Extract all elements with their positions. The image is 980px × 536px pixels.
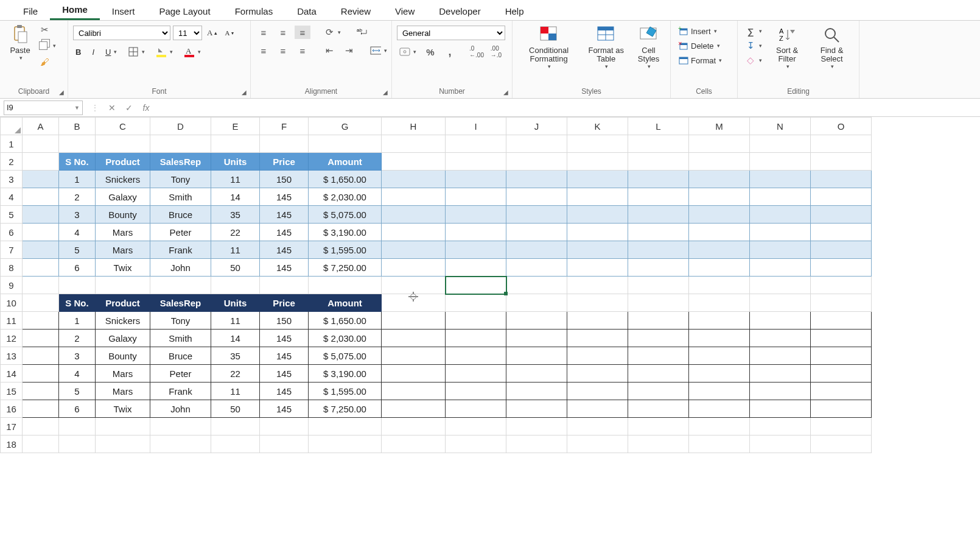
cell-K10[interactable]	[567, 294, 628, 312]
tab-home[interactable]: Home	[50, 1, 100, 20]
cell-J1[interactable]	[506, 135, 567, 153]
cell-O2[interactable]	[811, 153, 872, 171]
cell-B6[interactable]: 4	[59, 224, 96, 241]
cell-F8[interactable]: 145	[260, 259, 309, 277]
cell-L15[interactable]	[628, 383, 689, 400]
cell-K8[interactable]	[567, 259, 628, 277]
cell-B10[interactable]: S No.	[59, 294, 96, 312]
font-name-combo[interactable]: Calibri	[73, 26, 170, 40]
cell-C2[interactable]: Product	[96, 153, 150, 171]
clipboard-launcher[interactable]: ◢	[59, 89, 64, 96]
cell-D18[interactable]	[150, 436, 211, 453]
cell-B16[interactable]: 6	[59, 400, 96, 418]
cell-G10[interactable]: Amount	[309, 294, 382, 312]
cell-C8[interactable]: Twix	[96, 259, 150, 277]
cell-G9[interactable]	[309, 277, 382, 294]
cell-C5[interactable]: Bounty	[96, 206, 150, 224]
paste-button[interactable]: Paste	[5, 23, 35, 62]
cell-I11[interactable]	[446, 312, 506, 330]
cell-C14[interactable]: Mars	[96, 365, 150, 383]
cell-O5[interactable]	[811, 206, 872, 224]
cell-C18[interactable]	[96, 436, 150, 453]
cell-A18[interactable]	[23, 436, 59, 453]
cell-D3[interactable]: Tony	[150, 171, 211, 188]
cell-O1[interactable]	[811, 135, 872, 153]
cell-H2[interactable]	[382, 153, 446, 171]
cell-F4[interactable]: 145	[260, 188, 309, 206]
align-right-button[interactable]: ≡	[295, 44, 310, 57]
cell-C17[interactable]	[96, 418, 150, 436]
cell-M13[interactable]	[689, 347, 750, 365]
increase-decimal-button[interactable]: .0←.00	[469, 45, 485, 58]
row-header-3[interactable]: 3	[1, 171, 23, 188]
cell-K6[interactable]	[567, 224, 628, 241]
align-top-button[interactable]: ≡	[256, 26, 271, 39]
cell-G11[interactable]: $ 1,650.00	[309, 312, 382, 330]
cell-J17[interactable]	[506, 418, 567, 436]
cell-G2[interactable]: Amount	[309, 153, 382, 171]
cell-D8[interactable]: John	[150, 259, 211, 277]
cell-L4[interactable]	[628, 188, 689, 206]
row-header-1[interactable]: 1	[1, 135, 23, 153]
cell-J6[interactable]	[506, 224, 567, 241]
align-middle-button[interactable]: ≡	[275, 26, 291, 39]
cell-O18[interactable]	[811, 436, 872, 453]
italic-button[interactable]: I	[89, 46, 97, 58]
tab-file[interactable]: File	[11, 2, 50, 20]
cell-N6[interactable]	[750, 224, 811, 241]
cell-M11[interactable]	[689, 312, 750, 330]
autosum-button[interactable]: ∑	[743, 24, 765, 38]
col-header-H[interactable]: H	[382, 118, 446, 135]
cell-M17[interactable]	[689, 418, 750, 436]
cell-F13[interactable]: 145	[260, 347, 309, 365]
cell-J16[interactable]	[506, 400, 567, 418]
cell-A16[interactable]	[23, 400, 59, 418]
increase-indent-button[interactable]: ⇥	[341, 44, 357, 57]
cell-G3[interactable]: $ 1,650.00	[309, 171, 382, 188]
cell-I13[interactable]	[446, 347, 506, 365]
cell-H7[interactable]	[382, 241, 446, 259]
col-header-K[interactable]: K	[567, 118, 628, 135]
cell-D5[interactable]: Bruce	[150, 206, 211, 224]
cell-D16[interactable]: John	[150, 400, 211, 418]
cell-A6[interactable]	[23, 224, 59, 241]
cell-G8[interactable]: $ 7,250.00	[309, 259, 382, 277]
cell-K7[interactable]	[567, 241, 628, 259]
cell-F5[interactable]: 145	[260, 206, 309, 224]
cell-G5[interactable]: $ 5,075.00	[309, 206, 382, 224]
cell-C3[interactable]: Snickers	[96, 171, 150, 188]
row-header-11[interactable]: 11	[1, 312, 23, 330]
cell-A3[interactable]	[23, 171, 59, 188]
cell-N12[interactable]	[750, 330, 811, 347]
cell-N16[interactable]	[750, 400, 811, 418]
cell-J11[interactable]	[506, 312, 567, 330]
cell-O13[interactable]	[811, 347, 872, 365]
font-launcher[interactable]: ◢	[242, 89, 247, 96]
increase-font-button[interactable]: A▴	[205, 27, 220, 39]
row-header-4[interactable]: 4	[1, 188, 23, 206]
cell-H17[interactable]	[382, 418, 446, 436]
cell-E3[interactable]: 11	[211, 171, 260, 188]
cell-F12[interactable]: 145	[260, 330, 309, 347]
cell-A8[interactable]	[23, 259, 59, 277]
cell-E9[interactable]	[211, 277, 260, 294]
cell-N4[interactable]	[750, 188, 811, 206]
cell-E17[interactable]	[211, 418, 260, 436]
orientation-button[interactable]: ⟳	[321, 26, 343, 39]
cell-B2[interactable]: S No.	[59, 153, 96, 171]
cell-O10[interactable]	[811, 294, 872, 312]
col-header-A[interactable]: A	[23, 118, 59, 135]
cell-D2[interactable]: SalesRep	[150, 153, 211, 171]
col-header-L[interactable]: L	[628, 118, 689, 135]
cell-D9[interactable]	[150, 277, 211, 294]
percent-button[interactable]: %	[422, 45, 438, 58]
cell-N11[interactable]	[750, 312, 811, 330]
cell-K12[interactable]	[567, 330, 628, 347]
row-header-2[interactable]: 2	[1, 153, 23, 171]
cell-I6[interactable]	[446, 224, 506, 241]
cell-E18[interactable]	[211, 436, 260, 453]
cell-G6[interactable]: $ 3,190.00	[309, 224, 382, 241]
cell-A17[interactable]	[23, 418, 59, 436]
cell-F1[interactable]	[260, 135, 309, 153]
cell-F15[interactable]: 145	[260, 383, 309, 400]
